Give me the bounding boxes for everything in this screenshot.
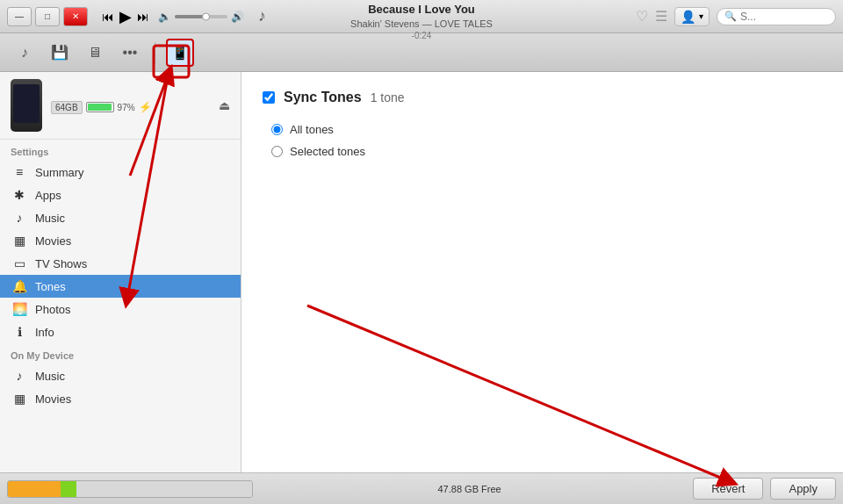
rewind-button[interactable]: ⏮ bbox=[102, 10, 114, 24]
device-info: 64GB 97% ⚡ bbox=[51, 97, 210, 114]
info-icon: ℹ bbox=[11, 325, 28, 339]
sync-title: Sync Tones bbox=[284, 90, 362, 105]
sync-checkbox[interactable] bbox=[263, 91, 275, 104]
sidebar-item-movies[interactable]: ▦ Movies bbox=[0, 229, 241, 252]
photos-icon: 🌅 bbox=[11, 302, 28, 316]
more-icon[interactable]: ••• bbox=[116, 39, 144, 67]
sync-header: Sync Tones 1 tone bbox=[263, 90, 822, 105]
playback-controls[interactable]: ⏮ ▶ ⏭ bbox=[102, 7, 149, 26]
title-bar-right: ♡ ☰ 👤 ▾ 🔍 bbox=[636, 7, 836, 26]
sidebar-label-tones: Tones bbox=[35, 280, 66, 293]
account-icon: 👤 bbox=[681, 10, 695, 24]
window-controls[interactable]: — □ ✕ bbox=[7, 7, 88, 26]
media-segment bbox=[61, 481, 76, 497]
sidebar-label-dev-music: Music bbox=[35, 370, 65, 383]
sidebar-item-tones[interactable]: 🔔 Tones bbox=[0, 275, 241, 298]
tones-icon: 🔔 bbox=[11, 279, 28, 293]
display-icon[interactable]: 🖥 bbox=[81, 39, 109, 67]
sync-count: 1 tone bbox=[371, 90, 405, 104]
music-icon: ♪ bbox=[258, 7, 266, 25]
search-input[interactable] bbox=[740, 11, 828, 23]
remaining-time: -0:24 bbox=[412, 30, 432, 41]
dev-movies-icon: ▦ bbox=[11, 392, 28, 406]
sidebar-label-dev-movies: Movies bbox=[35, 392, 71, 406]
save-icon[interactable]: 💾 bbox=[46, 39, 74, 67]
sidebar-item-photos[interactable]: 🌅 Photos bbox=[0, 298, 241, 320]
music-library-icon[interactable]: ♪ bbox=[11, 39, 39, 67]
sidebar-label-movies: Movies bbox=[35, 234, 71, 248]
search-icon: 🔍 bbox=[724, 11, 737, 22]
sidebar-label-tv-shows: TV Shows bbox=[35, 257, 87, 270]
tv-shows-icon: ▭ bbox=[11, 256, 28, 270]
music-nav-icon: ♪ bbox=[11, 211, 28, 225]
sidebar-item-summary[interactable]: ≡ Summary bbox=[0, 161, 241, 184]
device-icon[interactable]: 📱 bbox=[166, 39, 194, 67]
sidebar-item-dev-music[interactable]: ♪ Music bbox=[0, 364, 241, 387]
sidebar-label-photos: Photos bbox=[35, 303, 70, 316]
sidebar-label-summary: Summary bbox=[35, 166, 84, 179]
fast-forward-button[interactable]: ⏭ bbox=[137, 10, 149, 24]
battery-fill bbox=[88, 104, 112, 111]
sidebar-item-apps[interactable]: ✱ Apps bbox=[0, 184, 241, 206]
free-space-label: 47.88 GB Free bbox=[260, 484, 679, 494]
close-button[interactable]: ✕ bbox=[63, 7, 88, 26]
sidebar-label-info: Info bbox=[35, 326, 54, 339]
all-tones-option[interactable]: All tones bbox=[271, 123, 822, 136]
dev-music-icon: ♪ bbox=[11, 369, 28, 383]
main-layout: 64GB 97% ⚡ ⏏ Settings ≡ Summary ✱ Apps ♪… bbox=[0, 72, 843, 472]
volume-track[interactable] bbox=[175, 15, 227, 18]
title-bar: — □ ✕ ⏮ ▶ ⏭ 🔈 🔊 ♪ 0:06 Because I Love Yo… bbox=[0, 0, 843, 33]
sync-options: All tones Selected tones bbox=[271, 123, 822, 158]
search-box[interactable]: 🔍 bbox=[717, 8, 836, 25]
status-bar: 47.88 GB Free Revert Apply bbox=[0, 472, 843, 504]
battery-text: 97% bbox=[118, 103, 135, 112]
selected-tones-label: Selected tones bbox=[290, 145, 365, 158]
settings-section-label: Settings bbox=[0, 140, 241, 161]
on-my-device-label: On My Device bbox=[0, 343, 241, 364]
toolbar-separator bbox=[155, 42, 155, 63]
free-segment bbox=[76, 481, 252, 497]
apply-button[interactable]: Apply bbox=[770, 478, 836, 500]
eject-button[interactable]: ⏏ bbox=[219, 98, 230, 112]
revert-button[interactable]: Revert bbox=[693, 478, 763, 500]
battery-bar bbox=[86, 102, 114, 112]
sidebar-label-music: Music bbox=[35, 212, 65, 225]
selected-tones-option[interactable]: Selected tones bbox=[271, 145, 822, 158]
charging-icon: ⚡ bbox=[139, 101, 152, 113]
song-title: Because I Love You bbox=[368, 3, 475, 18]
content-panel: Sync Tones 1 tone All tones Selected ton… bbox=[241, 72, 843, 472]
all-tones-radio[interactable] bbox=[271, 124, 283, 135]
sidebar-item-info[interactable]: ℹ Info bbox=[0, 320, 241, 343]
sidebar-item-dev-movies[interactable]: ▦ Movies bbox=[0, 387, 241, 410]
device-header: 64GB 97% ⚡ ⏏ bbox=[0, 72, 241, 140]
account-button[interactable]: 👤 ▾ bbox=[674, 7, 710, 26]
sidebar-label-apps: Apps bbox=[35, 189, 61, 202]
device-thumbnail bbox=[11, 79, 42, 132]
sidebar: 64GB 97% ⚡ ⏏ Settings ≡ Summary ✱ Apps ♪… bbox=[0, 72, 241, 472]
minimize-button[interactable]: — bbox=[7, 7, 32, 26]
song-artist: Shakin' Stevens — LOVE TALES bbox=[350, 18, 493, 30]
list-icon[interactable]: ☰ bbox=[655, 8, 667, 25]
device-storage: 64GB 97% ⚡ bbox=[51, 101, 210, 114]
volume-control: 🔈 🔊 bbox=[158, 11, 244, 23]
sidebar-item-music[interactable]: ♪ Music bbox=[0, 206, 241, 229]
storage-badge: 64GB bbox=[51, 101, 83, 114]
heart-icon[interactable]: ♡ bbox=[636, 8, 648, 25]
apps-icon: ✱ bbox=[11, 188, 28, 202]
selected-tones-radio[interactable] bbox=[271, 146, 283, 157]
play-button[interactable]: ▶ bbox=[119, 7, 132, 26]
storage-indicator bbox=[7, 480, 253, 498]
chevron-down-icon: ▾ bbox=[699, 11, 703, 21]
all-tones-label: All tones bbox=[290, 123, 334, 136]
maximize-button[interactable]: □ bbox=[35, 7, 60, 26]
summary-icon: ≡ bbox=[11, 165, 28, 179]
sidebar-item-tv-shows[interactable]: ▭ TV Shows bbox=[0, 252, 241, 275]
movies-icon: ▦ bbox=[11, 234, 28, 248]
apps-segment bbox=[8, 481, 61, 497]
song-info: 0:06 Because I Love You Shakin' Stevens … bbox=[350, 0, 493, 41]
